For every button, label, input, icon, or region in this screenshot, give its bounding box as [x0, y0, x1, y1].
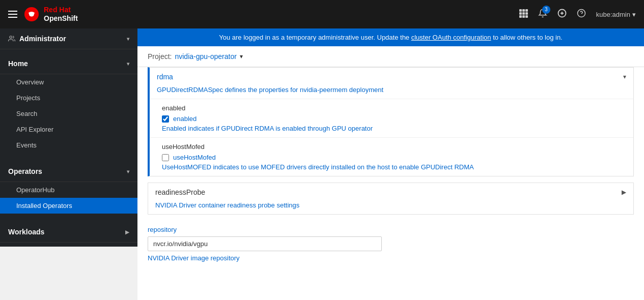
svg-rect-1 — [519, 9, 522, 12]
sidebar-operators-header[interactable]: Operators ▾ — [0, 161, 137, 182]
project-dropdown-arrow[interactable]: ▾ — [240, 53, 243, 60]
sidebar-workloads-header[interactable]: Workloads ▶ — [0, 222, 137, 243]
field-enabled-desc: Enabled indicates if GPUDirect RDMA is e… — [162, 125, 626, 132]
repository-input[interactable] — [148, 236, 382, 251]
sidebar-wrapper: Administrator ▾ Home ▾ Overview Projects… — [0, 28, 137, 300]
readiness-probe-desc: NVIDIA Driver container readiness probe … — [148, 201, 633, 214]
sidebar-section-home: Home ▾ Overview Projects Search API Expl… — [0, 49, 137, 157]
sidebar-workloads-chevron: ▶ — [125, 229, 129, 235]
topnav-right: 3 kube:admin ▾ — [519, 9, 636, 20]
sidebar-operators-items: OperatorHub Installed Operators — [0, 182, 137, 214]
sidebar-item-events[interactable]: Events — [0, 137, 137, 153]
project-bar: Project: nvidia-gpu-operator ▾ — [137, 46, 644, 67]
info-banner-text-before: You are logged in as a temporary adminis… — [219, 34, 411, 41]
svg-rect-2 — [522, 9, 525, 12]
sidebar-section-workloads: Workloads ▶ — [0, 218, 137, 247]
checkbox-usehostmofed-row: useHostMofed — [162, 154, 626, 161]
readiness-probe-section: readinessProbe ▶ NVIDIA Driver container… — [148, 183, 634, 215]
rdma-section-desc: GPUDirectRDMASpec defines the properties… — [150, 86, 633, 99]
project-name: nvidia-gpu-operator — [175, 52, 236, 61]
hamburger-button[interactable] — [8, 11, 17, 18]
info-banner: You are logged in as a temporary adminis… — [137, 28, 644, 46]
brand-redhat: Red Hat — [44, 6, 78, 14]
add-icon[interactable] — [557, 9, 567, 20]
usehostmofed-checkbox[interactable] — [162, 154, 169, 161]
enabled-checkbox-label[interactable]: enabled — [173, 115, 197, 123]
sidebar-operators-label: Operators — [8, 167, 42, 175]
user-menu[interactable]: kube:admin ▾ — [596, 11, 636, 18]
role-selector[interactable]: Administrator ▾ — [0, 28, 137, 49]
svg-rect-6 — [525, 12, 528, 15]
field-usehostmofed-desc: UseHostMOFED indicates to use MOFED driv… — [162, 163, 626, 171]
enabled-checkbox[interactable] — [162, 115, 169, 123]
brand-openshift: OpenShift — [44, 14, 78, 23]
readiness-probe-title: readinessProbe — [155, 188, 205, 196]
apps-icon[interactable] — [519, 9, 528, 20]
svg-point-15 — [10, 36, 12, 39]
field-enabled: enabled enabled Enabled indicates if GPU… — [150, 99, 633, 137]
info-banner-text-after: to allow others to log in. — [493, 34, 563, 41]
rdma-section-header[interactable]: rdma ▾ — [150, 68, 633, 86]
content-area: You are logged in as a temporary adminis… — [137, 28, 644, 300]
sidebar-item-search[interactable]: Search — [0, 106, 137, 122]
sidebar-operators-chevron: ▾ — [127, 169, 129, 174]
main-content: rdma ▾ GPUDirectRDMASpec defines the pro… — [137, 67, 644, 300]
readiness-probe-chevron-icon: ▶ — [622, 189, 626, 196]
rdma-section-title: rdma — [157, 73, 173, 81]
sidebar-workloads-label: Workloads — [8, 228, 44, 236]
rdma-section: rdma ▾ GPUDirectRDMASpec defines the pro… — [148, 67, 634, 176]
user-label: kube:admin — [596, 11, 630, 18]
rdma-section-chevron-icon: ▾ — [623, 73, 626, 80]
checkbox-enabled-row: enabled — [162, 115, 626, 123]
sidebar-home-chevron: ▾ — [127, 61, 129, 67]
sidebar-item-projects[interactable]: Projects — [0, 90, 137, 106]
notifications-icon[interactable]: 3 — [538, 9, 547, 20]
svg-rect-3 — [525, 9, 528, 12]
help-icon[interactable] — [577, 9, 586, 20]
project-label: Project: — [148, 52, 172, 61]
repository-section: repository NVIDIA Driver image repositor… — [148, 221, 634, 267]
sidebar-item-operatorhub[interactable]: OperatorHub — [0, 182, 137, 198]
role-label: Administrator — [19, 35, 66, 43]
svg-rect-9 — [525, 15, 528, 18]
repository-label: repository — [148, 226, 634, 236]
role-chevron-icon: ▾ — [127, 36, 129, 42]
svg-rect-7 — [519, 15, 522, 18]
sidebar-item-overview[interactable]: Overview — [0, 74, 137, 90]
sidebar-home-label: Home — [8, 59, 28, 68]
svg-rect-8 — [522, 15, 525, 18]
field-usehostmofed-label: useHostMofed — [162, 143, 626, 151]
brand: Red Hat OpenShift — [23, 6, 78, 23]
sidebar-item-installed-operators[interactable]: Installed Operators — [0, 198, 137, 214]
sidebar-home-items: Overview Projects Search API Explorer Ev… — [0, 74, 137, 153]
svg-rect-5 — [522, 12, 525, 15]
sidebar-home-header[interactable]: Home ▾ — [0, 53, 137, 74]
main-layout: Administrator ▾ Home ▾ Overview Projects… — [0, 28, 644, 300]
repository-desc: NVIDIA Driver image repository — [148, 254, 634, 262]
sidebar: Administrator ▾ Home ▾ Overview Projects… — [0, 28, 137, 247]
sidebar-section-operators: Operators ▾ OperatorHub Installed Operat… — [0, 157, 137, 218]
svg-rect-4 — [519, 12, 522, 15]
sidebar-item-api-explorer[interactable]: API Explorer — [0, 122, 137, 137]
notifications-badge: 3 — [542, 6, 550, 14]
field-enabled-label: enabled — [162, 104, 626, 112]
topnav: Red Hat OpenShift — [0, 0, 644, 28]
oauth-config-link[interactable]: cluster OAuth configuration — [411, 34, 491, 41]
topnav-left: Red Hat OpenShift — [8, 6, 78, 23]
field-usehostmofed: useHostMofed useHostMofed UseHostMOFED i… — [150, 138, 633, 176]
usehostmofed-checkbox-label[interactable]: useHostMofed — [173, 154, 216, 161]
brand-text: Red Hat OpenShift — [44, 6, 78, 23]
redhat-logo-icon — [23, 6, 40, 22]
readiness-probe-header[interactable]: readinessProbe ▶ — [148, 183, 633, 201]
user-dropdown-arrow: ▾ — [632, 11, 636, 18]
